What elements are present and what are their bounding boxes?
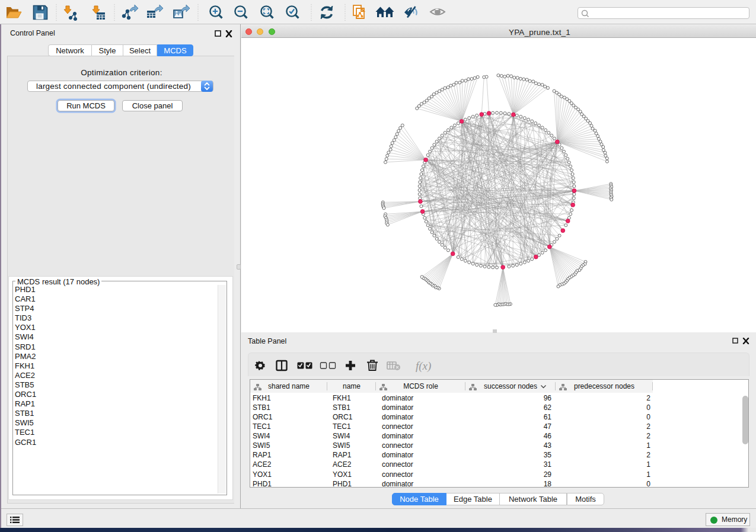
- svg-text:f(x): f(x): [416, 360, 431, 373]
